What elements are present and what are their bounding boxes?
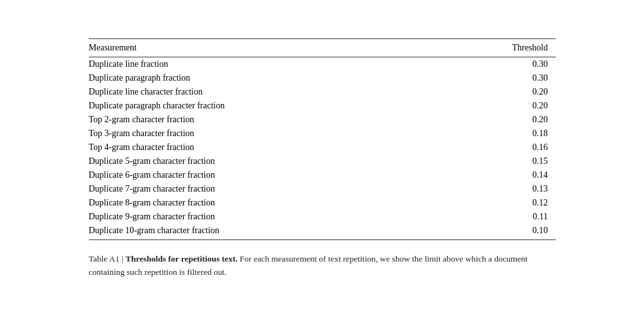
cell-measurement: Duplicate paragraph fraction <box>89 71 447 85</box>
cell-measurement: Duplicate 10-gram character fraction <box>89 224 447 239</box>
cell-threshold: 0.14 <box>447 168 556 182</box>
table-row: Duplicate 7-gram character fraction0.13 <box>89 182 556 196</box>
cell-measurement: Top 4-gram character fraction <box>89 141 447 154</box>
data-table: Measurement Threshold Duplicate line fra… <box>89 38 556 239</box>
table-row: Duplicate paragraph character fraction0.… <box>89 99 556 113</box>
table-row: Duplicate line fraction0.30 <box>89 57 556 72</box>
table-row: Duplicate 8-gram character fraction0.12 <box>89 196 556 210</box>
table-row: Duplicate 5-gram character fraction0.15 <box>89 154 556 168</box>
cell-threshold: 0.30 <box>447 57 556 72</box>
table-row: Top 3-gram character fraction0.18 <box>89 127 556 141</box>
cell-threshold: 0.18 <box>447 127 556 141</box>
table-caption: Table A1 | Thresholds for repetitious te… <box>89 253 556 279</box>
header-threshold: Threshold <box>447 39 556 57</box>
cell-measurement: Duplicate 5-gram character fraction <box>89 154 447 168</box>
cell-measurement: Top 2-gram character fraction <box>89 113 447 127</box>
cell-threshold: 0.20 <box>447 85 556 99</box>
page-container: Measurement Threshold Duplicate line fra… <box>76 20 568 297</box>
table-row: Duplicate line character fraction0.20 <box>89 85 556 99</box>
table-row: Duplicate 10-gram character fraction0.10 <box>89 224 556 239</box>
cell-measurement: Duplicate 7-gram character fraction <box>89 182 447 196</box>
table-row: Duplicate 6-gram character fraction0.14 <box>89 168 556 182</box>
cell-threshold: 0.16 <box>447 141 556 154</box>
header-measurement: Measurement <box>89 39 447 57</box>
cell-measurement: Duplicate paragraph character fraction <box>89 99 447 113</box>
cell-measurement: Top 3-gram character fraction <box>89 127 447 141</box>
table-row: Duplicate 9-gram character fraction0.11 <box>89 210 556 224</box>
cell-measurement: Duplicate line fraction <box>89 57 447 72</box>
cell-threshold: 0.12 <box>447 196 556 210</box>
cell-threshold: 0.15 <box>447 154 556 168</box>
table-row: Top 2-gram character fraction0.20 <box>89 113 556 127</box>
caption-bold-text: Thresholds for repetitious text. <box>126 254 238 263</box>
cell-measurement: Duplicate 6-gram character fraction <box>89 168 447 182</box>
cell-measurement: Duplicate line character fraction <box>89 85 447 99</box>
table-row: Top 4-gram character fraction0.16 <box>89 141 556 154</box>
cell-threshold: 0.20 <box>447 113 556 127</box>
cell-threshold: 0.11 <box>447 210 556 224</box>
caption-label: Table A1 | <box>89 254 126 263</box>
cell-threshold: 0.20 <box>447 99 556 113</box>
cell-threshold: 0.13 <box>447 182 556 196</box>
cell-measurement: Duplicate 9-gram character fraction <box>89 210 447 224</box>
cell-threshold: 0.30 <box>447 71 556 85</box>
table-bottom-border <box>89 239 556 240</box>
table-header-row: Measurement Threshold <box>89 39 556 57</box>
cell-threshold: 0.10 <box>447 224 556 239</box>
table-row: Duplicate paragraph fraction0.30 <box>89 71 556 85</box>
table-wrapper: Measurement Threshold Duplicate line fra… <box>89 38 556 240</box>
cell-measurement: Duplicate 8-gram character fraction <box>89 196 447 210</box>
